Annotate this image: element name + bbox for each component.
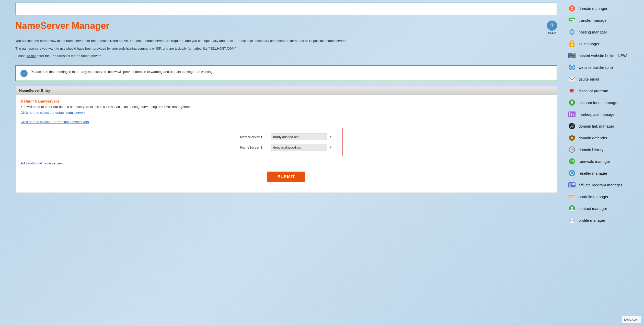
- gsuite-email-icon: [568, 75, 576, 83]
- help-icon: ?: [547, 20, 557, 31]
- info-icon: i: [20, 70, 28, 77]
- ns-body: Default NameServers You will need to ent…: [16, 95, 557, 193]
- svg-rect-46: [569, 198, 572, 199]
- domain-link-manager-label: domain link manager: [579, 124, 614, 128]
- submit-button[interactable]: SUBMIT: [267, 172, 305, 182]
- svg-rect-40: [569, 183, 571, 187]
- sidebar-item-discount-program[interactable]: discount program: [565, 85, 641, 97]
- domain-link-manager-icon: 🔗: [568, 122, 576, 130]
- sidebar-item-domain-history[interactable]: domain history: [565, 144, 641, 155]
- default-ns-link[interactable]: Click here to select our default nameser…: [21, 111, 86, 115]
- watermark: leofitz7.com: [622, 316, 641, 323]
- sidebar-item-ssl-manager[interactable]: ssl manager: [565, 38, 641, 50]
- svg-rect-44: [569, 196, 573, 197]
- discount-program-label: discount program: [579, 89, 608, 93]
- portfolio-manager-label: portfolio manager: [579, 195, 608, 199]
- svg-marker-21: [569, 88, 575, 94]
- info-text: Please note that entering in third-party…: [31, 69, 213, 74]
- marketplace-manager-icon: [568, 111, 576, 118]
- renewals-manager-label: renewals manager: [579, 159, 610, 164]
- help-label: HELP: [548, 31, 556, 34]
- svg-point-10: [571, 44, 573, 46]
- sidebar-item-hosting-manager[interactable]: hosting manager: [565, 26, 641, 38]
- renewals-manager-icon: [568, 158, 576, 165]
- sidebar-item-marketplace-manager[interactable]: marketplace manager: [565, 108, 641, 120]
- svg-point-48: [571, 207, 573, 209]
- sidebar-item-renewals-manager[interactable]: renewals manager: [565, 155, 641, 167]
- hosted-website-builder-icon: [568, 52, 576, 59]
- add-nameservers-link[interactable]: Add additional name servers: [21, 161, 63, 165]
- website-builder-old-label: website builder (old): [579, 65, 613, 70]
- contact-manager-label: contact manager: [579, 206, 607, 211]
- transfer-manager-label: transfer manager: [579, 18, 608, 23]
- info-notice-box: i Please note that entering in third-par…: [15, 65, 557, 81]
- sidebar-item-reseller-manager[interactable]: reseller manager: [565, 167, 641, 179]
- svg-rect-27: [573, 114, 574, 116]
- svg-text:$: $: [571, 100, 573, 105]
- help-button[interactable]: ? HELP: [547, 20, 557, 34]
- affiliate-program-manager-icon: [568, 181, 576, 188]
- sidebar-item-domain-link-manager[interactable]: 🔗domain link manager: [565, 120, 641, 132]
- website-builder-old-icon: [568, 64, 576, 71]
- account-funds-manager-label: account funds manager: [579, 100, 619, 105]
- contact-manager-icon: [568, 205, 576, 212]
- svg-rect-41: [572, 183, 575, 185]
- sidebar-item-contact-manager[interactable]: contact manager: [565, 203, 641, 214]
- sidebar-item-affiliate-program-manager[interactable]: affiliate program manager: [565, 179, 641, 191]
- ns2-required: ✦: [329, 145, 332, 149]
- domain-defender-icon: [568, 134, 576, 141]
- main-wrapper: NameServer Manager ? HELP You can use th…: [0, 0, 644, 326]
- ns-section-header: NameServer Entry: [16, 86, 557, 95]
- svg-point-50: [571, 218, 573, 220]
- nameserver-section: NameServer Entry Default NameServers You…: [15, 86, 557, 193]
- ssl-manager-icon: [568, 40, 576, 47]
- sidebar: Ddomain managertransfer managerhosting m…: [565, 0, 644, 326]
- profile-manager-icon: [568, 217, 576, 224]
- svg-rect-12: [569, 53, 571, 55]
- reseller-manager-label: reseller manager: [579, 171, 607, 175]
- top-input-bar[interactable]: [15, 3, 557, 15]
- ns1-input[interactable]: [271, 133, 327, 140]
- sidebar-item-profile-manager[interactable]: profile manager: [565, 214, 641, 226]
- sidebar-item-domain-defender[interactable]: domain defender: [565, 132, 641, 144]
- svg-rect-20: [569, 76, 575, 82]
- svg-text:D: D: [571, 6, 573, 10]
- ns-desc: You will need to enter our default names…: [21, 105, 552, 109]
- marketplace-manager-label: marketplace manager: [579, 112, 616, 117]
- sidebar-item-portfolio-manager[interactable]: portfolio manager: [565, 191, 641, 203]
- ns1-label: NameServer 1:: [240, 135, 271, 139]
- domain-defender-label: domain defender: [579, 136, 607, 140]
- description-2: The nameservers you want to use should h…: [15, 46, 557, 51]
- svg-rect-25: [569, 112, 570, 116]
- hosted-website-builder-label: hosted website builder NEW: [579, 53, 627, 58]
- default-ns-title: Default NameServers: [21, 99, 552, 103]
- sidebar-item-gsuite-email[interactable]: gsuite email: [565, 73, 641, 85]
- svg-rect-45: [569, 197, 574, 198]
- sidebar-item-transfer-manager[interactable]: transfer manager: [565, 14, 641, 26]
- svg-rect-15: [569, 57, 573, 58]
- discount-program-icon: [568, 87, 576, 94]
- sidebar-item-account-funds-manager[interactable]: $account funds manager: [565, 97, 641, 108]
- ssl-manager-label: ssl manager: [579, 42, 600, 46]
- account-funds-manager-icon: $: [568, 99, 576, 106]
- ns2-input[interactable]: [271, 144, 327, 151]
- profile-manager-label: profile manager: [579, 218, 605, 222]
- description-1: You can use the form below to set namese…: [15, 38, 557, 43]
- ns2-label: NameServer 2:: [240, 145, 271, 149]
- svg-rect-43: [569, 195, 575, 196]
- sidebar-item-domain-manager[interactable]: Ddomain manager: [565, 3, 641, 14]
- page-title-row: NameServer Manager ? HELP: [15, 20, 557, 34]
- sidebar-item-hosted-website-builder[interactable]: hosted website builder NEW: [565, 50, 641, 61]
- content-area: NameServer Manager ? HELP You can use th…: [0, 0, 565, 326]
- ns1-required: ✦: [329, 135, 332, 139]
- svg-rect-14: [569, 56, 575, 57]
- ns1-row: NameServer 1: ✦: [240, 133, 332, 140]
- ns-entry-fields-box: NameServer 1: ✦ NameServer 2: ✦: [230, 128, 343, 156]
- premium-ns-link[interactable]: Click here to select our Premium nameser…: [21, 120, 89, 124]
- svg-point-30: [571, 137, 573, 139]
- gsuite-email-label: gsuite email: [579, 77, 599, 81]
- description-3: Please do not enter the IP addresses for…: [15, 53, 557, 59]
- sidebar-item-website-builder-old[interactable]: website builder (old): [565, 61, 641, 73]
- portfolio-manager-icon: [568, 193, 576, 200]
- ns2-row: NameServer 2: ✦: [240, 144, 332, 151]
